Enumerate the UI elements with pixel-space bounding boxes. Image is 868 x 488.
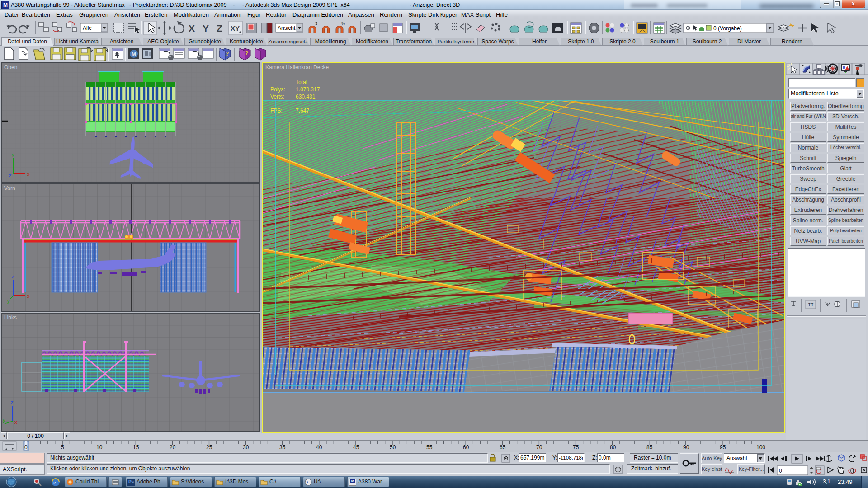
svg-text:45: 45: [353, 444, 359, 450]
svg-text:x: x: [14, 419, 17, 425]
svg-text:II: II: [808, 302, 814, 308]
svg-text:60: 60: [463, 444, 469, 450]
svg-text:35: 35: [279, 444, 286, 450]
svg-text:5: 5: [61, 444, 64, 450]
svg-text:0 (Vorgabe): 0 (Vorgabe): [713, 25, 742, 32]
svg-text:Verts:: Verts:: [270, 94, 284, 100]
svg-text:90: 90: [683, 444, 689, 450]
svg-text:Z: Z: [217, 23, 222, 33]
svg-text:M: M: [132, 51, 136, 57]
svg-text:15: 15: [133, 444, 139, 450]
svg-text:y: y: [3, 418, 5, 423]
svg-text:10: 10: [96, 444, 103, 450]
svg-text:7.647: 7.647: [296, 108, 309, 114]
svg-text:XY: XY: [231, 24, 240, 32]
svg-text:40: 40: [316, 444, 322, 450]
svg-text:z: z: [9, 173, 12, 178]
svg-text:100: 100: [756, 444, 765, 450]
svg-text:75: 75: [573, 444, 579, 450]
svg-text:Vorn: Vorn: [4, 185, 15, 192]
svg-text:Polys:: Polys:: [270, 86, 285, 93]
svg-text:3: 3: [315, 21, 317, 26]
svg-text:Ansicht: Ansicht: [278, 25, 296, 31]
svg-text:x: x: [27, 171, 30, 177]
svg-text:30: 30: [243, 444, 249, 450]
svg-text:Y: Y: [203, 23, 209, 33]
svg-text:?: ?: [226, 51, 229, 57]
svg-text:70: 70: [536, 444, 542, 450]
svg-text:%: %: [341, 21, 345, 26]
svg-text:Kamera Hallenkran Decke: Kamera Hallenkran Decke: [265, 64, 329, 70]
svg-text:85: 85: [646, 444, 653, 450]
svg-text:0: 0: [24, 444, 28, 450]
svg-text:?: ?: [245, 50, 248, 56]
svg-text:z: z: [12, 274, 14, 279]
svg-text:25: 25: [206, 444, 212, 450]
svg-text:X: X: [189, 23, 195, 33]
svg-text:Oben: Oben: [4, 64, 17, 70]
svg-text:z: z: [11, 399, 14, 405]
svg-text:630.431: 630.431: [296, 94, 316, 100]
svg-text:20: 20: [170, 444, 176, 450]
svg-text:55: 55: [426, 444, 433, 450]
svg-text:Links: Links: [4, 314, 17, 321]
svg-text:1.070.317: 1.070.317: [296, 86, 320, 93]
svg-text:x: x: [27, 293, 30, 299]
svg-text:Alle: Alle: [83, 25, 92, 31]
svg-text:e: e: [53, 479, 56, 486]
svg-text:y: y: [7, 298, 10, 304]
svg-text:FPS:: FPS:: [270, 108, 283, 114]
svg-text:y: y: [12, 152, 14, 157]
svg-text:50: 50: [390, 444, 396, 450]
svg-text:0: 0: [779, 468, 782, 474]
svg-text:95: 95: [720, 444, 726, 450]
svg-text:Total: Total: [296, 79, 307, 85]
svg-text:80: 80: [610, 444, 616, 450]
svg-text:65: 65: [500, 444, 506, 450]
